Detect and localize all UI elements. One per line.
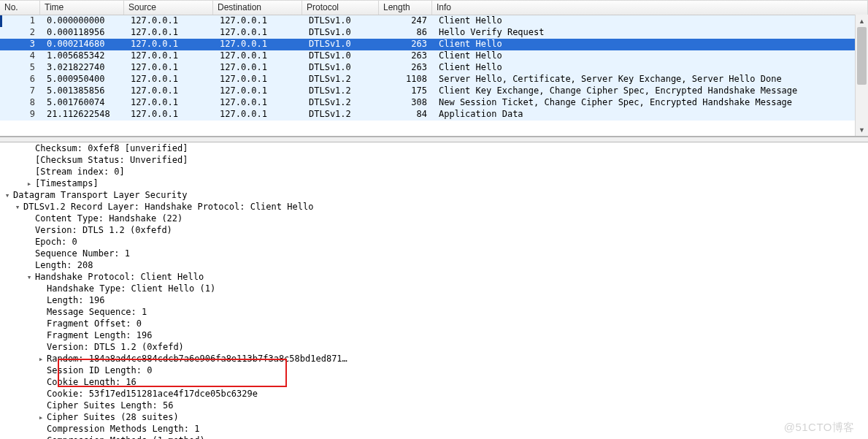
tree-line[interactable]: ▾Datagram Transport Layer Security xyxy=(0,189,868,201)
cell-dst: 127.0.0.1 xyxy=(215,39,304,50)
scroll-up-button[interactable]: ▲ xyxy=(856,15,868,27)
cell-time: 1.005685342 xyxy=(42,50,126,62)
cell-time: 5.000950400 xyxy=(42,74,126,85)
tree-line[interactable]: Cipher Suites Length: 56 xyxy=(0,400,868,411)
tree-line[interactable]: Sequence Number: 1 xyxy=(0,248,868,259)
cell-no: 9 xyxy=(2,109,42,121)
cell-src: 127.0.0.1 xyxy=(126,109,215,121)
column-header-protocol[interactable]: Protocol xyxy=(302,1,379,15)
tree-text: Version: DTLS 1.2 (0xfefd) xyxy=(47,342,184,352)
cell-len: 263 xyxy=(381,39,434,50)
tree-text: Length: 208 xyxy=(35,260,93,270)
tree-line[interactable]: Checksum: 0xfef8 [unverified] xyxy=(0,142,868,154)
cell-prot: DTLSv1.0 xyxy=(304,50,381,62)
collapse-icon[interactable]: ▾ xyxy=(3,190,12,202)
cell-len: 1108 xyxy=(381,74,434,85)
tree-line[interactable]: Version: DTLS 1.2 (0xfefd) xyxy=(0,341,868,353)
tree-line[interactable]: [Checksum Status: Unverified] xyxy=(0,154,868,166)
column-header-length[interactable]: Length xyxy=(379,1,432,15)
cell-info: New Session Ticket, Change Cipher Spec, … xyxy=(434,97,868,109)
scroll-track[interactable] xyxy=(856,27,868,123)
tree-line[interactable]: ▾Handshake Protocol: Client Hello xyxy=(0,271,868,283)
packet-row[interactable]: 10.000000000127.0.0.1127.0.0.1DTLSv1.024… xyxy=(0,15,868,27)
expand-icon[interactable]: ▸ xyxy=(37,354,45,365)
tree-text: Message Sequence: 1 xyxy=(47,307,147,317)
column-header-destination[interactable]: Destination xyxy=(213,1,302,15)
tree-text: Length: 196 xyxy=(47,295,104,305)
cell-dst: 127.0.0.1 xyxy=(215,74,304,85)
packet-row[interactable]: 921.112622548127.0.0.1127.0.0.1DTLSv1.28… xyxy=(0,109,868,121)
tree-line[interactable]: Version: DTLS 1.2 (0xfefd) xyxy=(0,224,868,236)
tree-text: Cipher Suites (28 suites) xyxy=(47,412,179,422)
cell-len: 263 xyxy=(381,62,434,74)
tree-line[interactable]: Session ID Length: 0 xyxy=(0,364,868,376)
packet-row[interactable]: 30.000214680127.0.0.1127.0.0.1DTLSv1.026… xyxy=(0,39,868,50)
tree-line[interactable]: Cookie Length: 16 xyxy=(0,376,868,388)
cell-no: 4 xyxy=(2,50,42,62)
cell-src: 127.0.0.1 xyxy=(126,74,215,85)
collapse-icon[interactable]: ▾ xyxy=(25,272,34,283)
tree-text: Checksum: 0xfef8 [unverified] xyxy=(35,143,188,153)
packet-row[interactable]: 41.005685342127.0.0.1127.0.0.1DTLSv1.026… xyxy=(0,50,868,62)
cell-prot: DTLSv1.0 xyxy=(304,62,381,74)
tree-line[interactable]: Fragment Offset: 0 xyxy=(0,318,868,329)
cell-prot: DTLSv1.0 xyxy=(304,39,381,50)
cell-src: 127.0.0.1 xyxy=(126,39,215,50)
cell-src: 127.0.0.1 xyxy=(126,15,215,27)
packet-list-header: No. Time Source Destination Protocol Len… xyxy=(0,1,868,15)
packet-row[interactable]: 20.000118956127.0.0.1127.0.0.1DTLSv1.086… xyxy=(0,27,868,39)
tree-line[interactable]: ▸Cipher Suites (28 suites) xyxy=(0,411,868,423)
cell-info: Client Hello xyxy=(434,39,868,50)
tree-line[interactable]: ▾DTLSv1.2 Record Layer: Handshake Protoc… xyxy=(0,201,868,213)
tree-line[interactable]: Compression Methods Length: 1 xyxy=(0,423,868,435)
tree-line[interactable]: Epoch: 0 xyxy=(0,236,868,248)
tree-text: Compression Methods Length: 1 xyxy=(47,424,200,434)
tree-text: [Checksum Status: Unverified] xyxy=(35,155,188,165)
cell-no: 7 xyxy=(2,85,42,97)
tree-text: Cookie Length: 16 xyxy=(47,377,137,387)
cell-dst: 127.0.0.1 xyxy=(215,109,304,121)
expand-icon[interactable]: ▸ xyxy=(37,412,45,424)
tree-text: Sequence Number: 1 xyxy=(35,248,130,259)
scroll-thumb[interactable] xyxy=(857,27,867,85)
column-header-info[interactable]: Info xyxy=(432,1,868,15)
cell-len: 247 xyxy=(381,15,434,27)
tree-line[interactable]: Length: 196 xyxy=(0,294,868,306)
expand-icon[interactable]: ▸ xyxy=(37,435,45,440)
tree-line[interactable]: ▸Random: 184a8ad4cc884cdcb7a6e906fa8e113… xyxy=(0,353,868,364)
tree-text: Content Type: Handshake (22) xyxy=(35,213,183,224)
tree-line[interactable]: Length: 208 xyxy=(0,259,868,271)
cell-prot: DTLSv1.0 xyxy=(304,27,381,39)
tree-text: Version: DTLS 1.2 (0xfefd) xyxy=(35,225,172,235)
scroll-down-button[interactable]: ▼ xyxy=(856,123,868,136)
cell-time: 0.000214680 xyxy=(42,39,126,50)
tree-line[interactable]: Message Sequence: 1 xyxy=(0,306,868,318)
tree-text: Handshake Type: Client Hello (1) xyxy=(47,283,215,294)
packet-row[interactable]: 53.021822740127.0.0.1127.0.0.1DTLSv1.026… xyxy=(0,62,868,74)
collapse-icon[interactable]: ▾ xyxy=(13,202,22,213)
cell-no: 8 xyxy=(2,97,42,109)
tree-line[interactable]: Fragment Length: 196 xyxy=(0,329,868,341)
cell-dst: 127.0.0.1 xyxy=(215,15,304,27)
tree-text: DTLSv1.2 Record Layer: Handshake Protoco… xyxy=(23,202,313,212)
packet-row[interactable]: 75.001385856127.0.0.1127.0.0.1DTLSv1.217… xyxy=(0,85,868,97)
tree-line[interactable]: Handshake Type: Client Hello (1) xyxy=(0,283,868,294)
tree-text: Random: 184a8ad4cc884cdcb7a6e906fa8e113b… xyxy=(47,354,347,364)
column-header-source[interactable]: Source xyxy=(124,1,213,15)
tree-line[interactable]: [Stream index: 0] xyxy=(0,166,868,177)
tree-line[interactable]: Cookie: 53f17ed151281ace4f17dce05bc6329e xyxy=(0,388,868,400)
cell-dst: 127.0.0.1 xyxy=(215,50,304,62)
tree-line[interactable]: Content Type: Handshake (22) xyxy=(0,213,868,224)
expand-icon[interactable]: ▸ xyxy=(25,178,34,190)
packet-row[interactable]: 65.000950400127.0.0.1127.0.0.1DTLSv1.211… xyxy=(0,74,868,85)
column-header-time[interactable]: Time xyxy=(40,1,124,15)
packet-scrollbar[interactable]: ▲ ▼ xyxy=(855,15,868,136)
cell-info: Client Hello xyxy=(434,62,868,74)
tree-line[interactable]: ▸[Timestamps] xyxy=(0,177,868,189)
packet-row[interactable]: 85.001760074127.0.0.1127.0.0.1DTLSv1.230… xyxy=(0,97,868,109)
pane-splitter[interactable] xyxy=(0,137,868,142)
column-header-no[interactable]: No. xyxy=(0,1,40,15)
cell-prot: DTLSv1.0 xyxy=(304,15,381,27)
tree-line[interactable]: ▸Compression Methods (1 method) xyxy=(0,435,868,439)
tree-text: Compression Methods (1 method) xyxy=(47,435,205,439)
